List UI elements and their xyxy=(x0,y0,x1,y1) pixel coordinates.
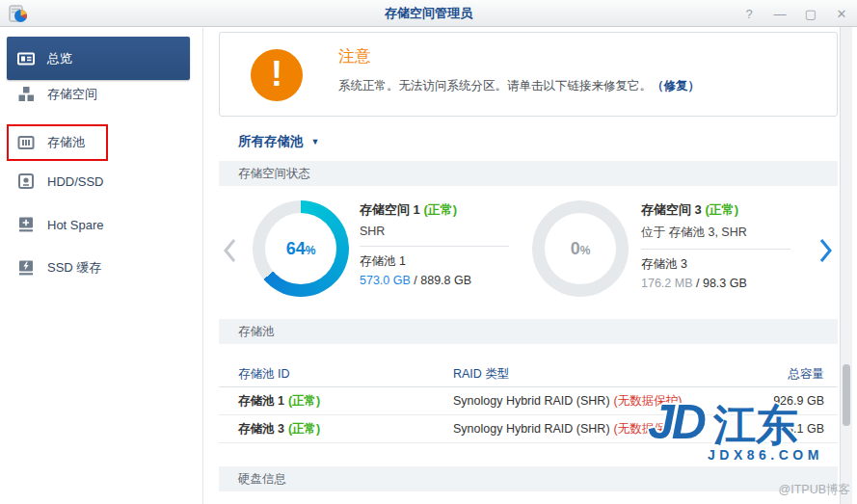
itpub-credit-watermark: @ITPUB博客 xyxy=(779,482,851,498)
storage-pool-icon xyxy=(17,134,35,151)
warning-icon: ! xyxy=(251,49,303,101)
capacity-cell: 926.9 GB xyxy=(742,394,838,408)
raid-type-cell: Synology Hybrid RAID (SHR)(无数据保护) xyxy=(453,393,742,410)
volume1-usage-percent: 64% xyxy=(265,213,336,284)
alert-message-text: 系统正常。无法访问系统分区。请单击以下链接来修复它。 xyxy=(338,79,652,93)
volume1-title: 存储空间 1 (正常) xyxy=(360,201,533,219)
column-header-total-capacity[interactable]: 总容量 xyxy=(742,366,838,383)
pool-filter-dropdown[interactable]: 所有存储池▼ xyxy=(238,133,319,150)
volume1-usage: 573.0 GB / 889.8 GB xyxy=(360,274,533,287)
volume1-type: SHR xyxy=(360,225,533,238)
sidebar-item-hot-spare[interactable]: Hot Spare xyxy=(0,205,201,244)
volume3-title: 存储空间 3 (正常) xyxy=(641,201,815,219)
scrollbar-thumb[interactable] xyxy=(843,364,850,426)
pool-id-cell: 存储池 1(正常) xyxy=(219,393,453,410)
volume3-info: 存储空间 3 (正常) 位于 存储池 3, SHR 存储池 3 176.2 MB… xyxy=(641,201,815,290)
raid-warning-badge: (无数据保护) xyxy=(614,394,683,408)
volume3-usage: 176.2 MB / 98.3 GB xyxy=(641,277,815,290)
pool-table: 存储池 ID RAID 类型 总容量 存储池 1(正常) Synology Hy… xyxy=(219,361,838,443)
sidebar-item-label: HDD/SSD xyxy=(47,174,104,189)
sidebar: 总览 存储空间 存储池 HDD/S xyxy=(0,28,203,504)
ssd-cache-icon xyxy=(17,259,35,277)
hdd-ssd-icon xyxy=(17,172,35,190)
sidebar-item-label: 存储池 xyxy=(47,134,85,151)
volume3-usage-donut: 0% xyxy=(532,200,629,297)
vertical-scrollbar xyxy=(840,27,852,504)
hot-spare-icon xyxy=(17,216,35,233)
sidebar-item-label: 存储空间 xyxy=(47,86,97,103)
capacity-cell: 98.1 GB xyxy=(742,422,838,436)
section-volume-status: 存储空间状态 xyxy=(219,161,838,186)
divider xyxy=(641,249,790,250)
pool-table-row[interactable]: 存储池 1(正常) Synology Hybrid RAID (SHR)(无数据… xyxy=(219,387,838,415)
minimize-button[interactable]: — xyxy=(772,7,788,21)
alert-card: ! 注意 系统正常。无法访问系统分区。请单击以下链接来修复它。（修复） xyxy=(219,32,838,117)
sidebar-item-label: 总览 xyxy=(47,50,72,67)
volume3-pool: 存储池 3 xyxy=(641,256,815,273)
volume1-info: 存储空间 1 (正常) SHR 存储池 1 573.0 GB / 889.8 G… xyxy=(360,201,533,287)
sidebar-item-label: Hot Spare xyxy=(47,218,104,232)
window-controls: ? — ▢ ✕ xyxy=(741,0,849,27)
alert-title: 注意 xyxy=(338,45,371,67)
sidebar-item-hdd-ssd[interactable]: HDD/SSD xyxy=(0,162,201,200)
chevron-left-icon xyxy=(221,236,238,265)
sidebar-item-label: SSD 缓存 xyxy=(47,259,101,277)
raid-type-cell: Synology Hybrid RAID (SHR)(无数据保护) xyxy=(453,421,742,438)
volume1-usage-donut: 64% xyxy=(253,200,349,297)
close-button[interactable]: ✕ xyxy=(834,7,849,21)
storage-space-icon xyxy=(17,86,35,103)
volume1-pool: 存储池 1 xyxy=(360,253,533,270)
alert-message: 系统正常。无法访问系统分区。请单击以下链接来修复它。（修复） xyxy=(338,78,700,94)
pool-status-badge: (正常) xyxy=(288,422,320,436)
chevron-down-icon: ▼ xyxy=(311,137,320,146)
pool-filter-label: 所有存储池 xyxy=(238,134,304,148)
volume1-total: 889.8 GB xyxy=(420,274,471,287)
sidebar-item-storage-pool[interactable]: 存储池 xyxy=(0,123,201,162)
volume3-used: 176.2 MB xyxy=(641,277,693,290)
volume-carousel: 64% 存储空间 1 (正常) SHR 存储池 1 573.0 GB / 889… xyxy=(219,186,838,319)
raid-warning-badge: (无数据保护) xyxy=(614,422,683,436)
column-header-pool-id[interactable]: 存储池 ID xyxy=(219,366,453,383)
section-disk-info: 硬盘信息 xyxy=(219,466,838,491)
volume3-usage-percent: 0% xyxy=(545,213,616,284)
divider xyxy=(360,246,509,247)
column-header-raid-type[interactable]: RAID 类型 xyxy=(453,366,742,383)
sidebar-item-ssd-cache[interactable]: SSD 缓存 xyxy=(0,249,201,287)
repair-link[interactable]: （修复） xyxy=(652,79,700,93)
window-title: 存储空间管理员 xyxy=(0,0,857,27)
overview-icon xyxy=(17,50,35,67)
chevron-right-icon xyxy=(817,236,835,265)
main-content: ! 注意 系统正常。无法访问系统分区。请单击以下链接来修复它。（修复） 所有存储… xyxy=(203,27,840,504)
carousel-prev-button[interactable] xyxy=(221,236,238,265)
pool-table-header: 存储池 ID RAID 类型 总容量 xyxy=(219,361,838,387)
volume3-total: 98.3 GB xyxy=(703,277,747,290)
titlebar: 存储空间管理员 ? — ▢ ✕ xyxy=(0,0,857,27)
section-storage-pool: 存储池 xyxy=(219,319,838,344)
volume3-location: 位于 存储池 3, SHR xyxy=(641,225,815,241)
volume3-status-badge: (正常) xyxy=(705,202,738,217)
sidebar-item-storage-space[interactable]: 存储空间 xyxy=(0,75,201,114)
volume1-used: 573.0 GB xyxy=(360,274,411,287)
storage-manager-window: 存储空间管理员 ? — ▢ ✕ 总览 存储空间 xyxy=(0,0,857,504)
sidebar-item-overview[interactable]: 总览 xyxy=(7,37,190,80)
help-button[interactable]: ? xyxy=(741,7,757,21)
pool-status-badge: (正常) xyxy=(288,394,320,408)
maximize-button[interactable]: ▢ xyxy=(803,7,818,21)
pool-id-cell: 存储池 3(正常) xyxy=(219,421,453,438)
volume1-status-badge: (正常) xyxy=(423,202,457,217)
carousel-next-button[interactable] xyxy=(817,236,835,265)
pool-table-row[interactable]: 存储池 3(正常) Synology Hybrid RAID (SHR)(无数据… xyxy=(219,415,838,443)
